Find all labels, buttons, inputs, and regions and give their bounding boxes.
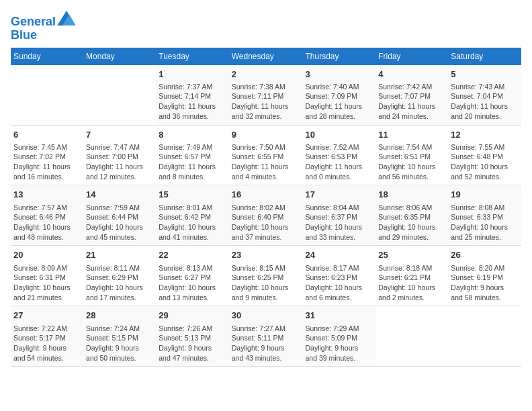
calendar-cell: 12Sunrise: 7:55 AM Sunset: 6:48 PM Dayli…: [448, 125, 521, 185]
calendar-cell: 20Sunrise: 8:09 AM Sunset: 6:31 PM Dayli…: [11, 246, 83, 306]
day-info: Sunrise: 8:08 AM Sunset: 6:33 PM Dayligh…: [451, 203, 519, 242]
week-row-5: 27Sunrise: 7:22 AM Sunset: 5:17 PM Dayli…: [11, 306, 521, 367]
day-number: 3: [305, 68, 373, 81]
calendar-cell: 26Sunrise: 8:20 AM Sunset: 6:19 PM Dayli…: [448, 246, 521, 306]
day-info: Sunrise: 7:57 AM Sunset: 6:46 PM Dayligh…: [13, 203, 81, 242]
day-info: Sunrise: 7:38 AM Sunset: 7:11 PM Dayligh…: [232, 82, 300, 122]
day-number: 25: [378, 249, 445, 261]
calendar-cell: 6Sunrise: 7:45 AM Sunset: 7:02 PM Daylig…: [11, 125, 83, 185]
day-number: 31: [305, 310, 373, 322]
day-info: Sunrise: 7:22 AM Sunset: 5:17 PM Dayligh…: [13, 324, 81, 363]
day-info: Sunrise: 7:49 AM Sunset: 6:57 PM Dayligh…: [159, 142, 226, 182]
weekday-header-sunday: Sunday: [11, 48, 83, 65]
weekday-header-saturday: Saturday: [448, 48, 521, 65]
calendar-cell: 13Sunrise: 7:57 AM Sunset: 6:46 PM Dayli…: [11, 185, 83, 246]
day-number: 1: [159, 68, 226, 81]
calendar-cell: 18Sunrise: 8:06 AM Sunset: 6:35 PM Dayli…: [375, 185, 448, 246]
day-info: Sunrise: 8:06 AM Sunset: 6:35 PM Dayligh…: [378, 203, 445, 242]
day-info: Sunrise: 8:15 AM Sunset: 6:25 PM Dayligh…: [232, 263, 300, 303]
day-info: Sunrise: 7:59 AM Sunset: 6:44 PM Dayligh…: [86, 203, 153, 242]
day-info: Sunrise: 7:43 AM Sunset: 7:04 PM Dayligh…: [451, 82, 519, 122]
day-info: Sunrise: 7:42 AM Sunset: 7:07 PM Dayligh…: [378, 82, 445, 122]
day-info: Sunrise: 7:37 AM Sunset: 7:14 PM Dayligh…: [159, 82, 226, 122]
calendar-cell: 25Sunrise: 8:18 AM Sunset: 6:21 PM Dayli…: [375, 246, 448, 306]
calendar-cell: [83, 65, 156, 125]
header-row: SundayMondayTuesdayWednesdayThursdayFrid…: [11, 48, 521, 65]
day-number: 17: [305, 189, 373, 201]
calendar-cell: 14Sunrise: 7:59 AM Sunset: 6:44 PM Dayli…: [83, 185, 156, 246]
day-info: Sunrise: 8:20 AM Sunset: 6:19 PM Dayligh…: [451, 263, 519, 303]
calendar-cell: 11Sunrise: 7:54 AM Sunset: 6:51 PM Dayli…: [375, 125, 448, 185]
day-info: Sunrise: 7:24 AM Sunset: 5:15 PM Dayligh…: [86, 324, 153, 363]
calendar-cell: 29Sunrise: 7:26 AM Sunset: 5:13 PM Dayli…: [156, 306, 228, 367]
day-info: Sunrise: 8:09 AM Sunset: 6:31 PM Dayligh…: [13, 263, 81, 303]
calendar-cell: 2Sunrise: 7:38 AM Sunset: 7:11 PM Daylig…: [229, 65, 303, 125]
day-number: 9: [232, 129, 300, 141]
calendar-table: SundayMondayTuesdayWednesdayThursdayFrid…: [11, 48, 521, 367]
day-info: Sunrise: 7:40 AM Sunset: 7:09 PM Dayligh…: [305, 82, 373, 122]
day-number: 6: [13, 129, 81, 141]
day-info: Sunrise: 8:17 AM Sunset: 6:23 PM Dayligh…: [305, 263, 373, 303]
day-number: 18: [378, 189, 445, 201]
calendar-cell: 7Sunrise: 7:47 AM Sunset: 7:00 PM Daylig…: [83, 125, 156, 185]
day-info: Sunrise: 8:11 AM Sunset: 6:29 PM Dayligh…: [86, 263, 153, 303]
weekday-header-wednesday: Wednesday: [229, 48, 303, 65]
day-number: 26: [451, 249, 519, 261]
calendar-cell: 8Sunrise: 7:49 AM Sunset: 6:57 PM Daylig…: [156, 125, 228, 185]
day-info: Sunrise: 7:26 AM Sunset: 5:13 PM Dayligh…: [159, 324, 226, 363]
day-info: Sunrise: 7:55 AM Sunset: 6:48 PM Dayligh…: [451, 142, 519, 182]
calendar-cell: 4Sunrise: 7:42 AM Sunset: 7:07 PM Daylig…: [375, 65, 448, 125]
calendar-cell: [375, 306, 448, 367]
day-number: 4: [378, 68, 445, 81]
day-info: Sunrise: 7:27 AM Sunset: 5:11 PM Dayligh…: [232, 324, 300, 363]
week-row-3: 13Sunrise: 7:57 AM Sunset: 6:46 PM Dayli…: [11, 185, 521, 246]
day-info: Sunrise: 7:47 AM Sunset: 7:00 PM Dayligh…: [86, 142, 153, 182]
calendar-cell: 30Sunrise: 7:27 AM Sunset: 5:11 PM Dayli…: [229, 306, 303, 367]
calendar-cell: 3Sunrise: 7:40 AM Sunset: 7:09 PM Daylig…: [302, 65, 375, 125]
day-number: 22: [159, 249, 226, 261]
calendar-cell: 24Sunrise: 8:17 AM Sunset: 6:23 PM Dayli…: [302, 246, 375, 306]
calendar-cell: 9Sunrise: 7:50 AM Sunset: 6:55 PM Daylig…: [229, 125, 303, 185]
day-number: 13: [13, 189, 81, 201]
day-number: 8: [159, 129, 226, 141]
weekday-header-friday: Friday: [375, 48, 448, 65]
weekday-header-thursday: Thursday: [302, 48, 375, 65]
calendar-cell: 28Sunrise: 7:24 AM Sunset: 5:15 PM Dayli…: [83, 306, 156, 367]
weekday-header-monday: Monday: [83, 48, 156, 65]
day-info: Sunrise: 8:04 AM Sunset: 6:37 PM Dayligh…: [305, 203, 373, 242]
day-number: 27: [13, 310, 81, 322]
day-number: 11: [378, 129, 445, 141]
calendar-cell: [11, 65, 83, 125]
day-number: 21: [86, 249, 153, 261]
day-info: Sunrise: 7:45 AM Sunset: 7:02 PM Dayligh…: [13, 142, 81, 182]
day-info: Sunrise: 7:52 AM Sunset: 6:53 PM Dayligh…: [305, 142, 373, 182]
calendar-cell: 31Sunrise: 7:29 AM Sunset: 5:09 PM Dayli…: [302, 306, 375, 367]
day-number: 20: [13, 249, 81, 261]
day-info: Sunrise: 8:18 AM Sunset: 6:21 PM Dayligh…: [378, 263, 445, 303]
day-info: Sunrise: 7:50 AM Sunset: 6:55 PM Dayligh…: [232, 142, 300, 182]
page-header: GeneralBlue: [11, 11, 521, 42]
day-number: 5: [451, 68, 519, 81]
day-number: 10: [305, 129, 373, 141]
logo: GeneralBlue: [11, 13, 76, 42]
day-number: 12: [451, 129, 519, 141]
calendar-cell: 16Sunrise: 8:02 AM Sunset: 6:40 PM Dayli…: [229, 185, 303, 246]
day-number: 30: [232, 310, 300, 322]
day-number: 24: [305, 249, 373, 261]
calendar-cell: 23Sunrise: 8:15 AM Sunset: 6:25 PM Dayli…: [229, 246, 303, 306]
calendar-cell: 17Sunrise: 8:04 AM Sunset: 6:37 PM Dayli…: [302, 185, 375, 246]
calendar-cell: [448, 306, 521, 367]
day-info: Sunrise: 7:54 AM Sunset: 6:51 PM Dayligh…: [378, 142, 445, 182]
day-number: 28: [86, 310, 153, 322]
day-number: 16: [232, 189, 300, 201]
day-number: 19: [451, 189, 519, 201]
week-row-4: 20Sunrise: 8:09 AM Sunset: 6:31 PM Dayli…: [11, 246, 521, 306]
calendar-cell: 1Sunrise: 7:37 AM Sunset: 7:14 PM Daylig…: [156, 65, 228, 125]
day-number: 14: [86, 189, 153, 201]
logo-text: GeneralBlue: [11, 13, 76, 42]
calendar-cell: 27Sunrise: 7:22 AM Sunset: 5:17 PM Dayli…: [11, 306, 83, 367]
calendar-cell: 10Sunrise: 7:52 AM Sunset: 6:53 PM Dayli…: [302, 125, 375, 185]
week-row-2: 6Sunrise: 7:45 AM Sunset: 7:02 PM Daylig…: [11, 125, 521, 185]
calendar-cell: 5Sunrise: 7:43 AM Sunset: 7:04 PM Daylig…: [448, 65, 521, 125]
day-info: Sunrise: 8:01 AM Sunset: 6:42 PM Dayligh…: [159, 203, 226, 242]
